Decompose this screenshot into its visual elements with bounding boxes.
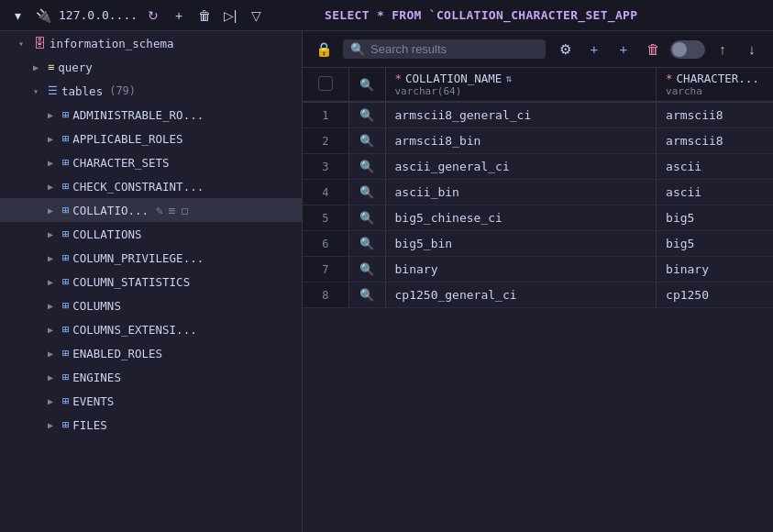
sidebar-item-column-statistics[interactable]: ▶ ⊞ COLUMN_STATISTICS: [0, 270, 302, 294]
sidebar-item-column-privilege[interactable]: ▶ ⊞ COLUMN_PRIVILEGE...: [0, 246, 302, 270]
delete-btn[interactable]: 🗑: [194, 6, 215, 26]
filter-btn[interactable]: ▽: [246, 6, 266, 26]
row-search-icon: 🔍: [359, 108, 374, 122]
row-collation-name: binary: [385, 257, 657, 283]
row-number: 7: [303, 257, 348, 283]
row-search-cell: 🔍: [348, 283, 385, 308]
refresh-btn[interactable]: ↻: [143, 6, 163, 26]
expand-icon: ▶: [33, 62, 44, 72]
sidebar-item-information-schema[interactable]: ▾ 🗄 information_schema: [0, 31, 302, 55]
checkbox-header[interactable]: [318, 76, 333, 94]
run-btn[interactable]: ▷|: [220, 6, 240, 26]
th-collation-name[interactable]: * COLLATION_NAME ⇅ varchar(64): [385, 68, 657, 102]
sidebar-item-label: COLLATIONS: [72, 227, 141, 241]
table-icon: ⊞: [62, 275, 69, 288]
row-character-set: binary: [657, 257, 773, 283]
th-character[interactable]: * CHARACTER... varcha: [657, 68, 773, 102]
delete-row-btn[interactable]: 🗑: [641, 38, 665, 61]
edit-icon[interactable]: ✎: [156, 204, 163, 217]
expand-icon: ▶: [48, 301, 59, 311]
sidebar-item-events[interactable]: ▶ ⊞ EVENTS: [0, 389, 302, 413]
add-col-btn[interactable]: +: [612, 38, 635, 61]
sidebar-item-label: tables: [61, 84, 103, 98]
add-connection-btn[interactable]: +: [169, 6, 189, 26]
sql-display: SELECT * FROM `COLLATION_CHARACTER_SET_A…: [315, 8, 766, 22]
add-row-btn[interactable]: +: [582, 38, 606, 61]
table-row: 2 🔍 armscii8_bin armscii8: [303, 128, 773, 154]
sidebar-item-collatio[interactable]: ▶ ⊞ COLLATIO... ✎ ≡ ◻: [0, 198, 302, 222]
trash-icon: 🗑: [646, 41, 660, 57]
connection-address: 127.0.0....: [59, 8, 138, 22]
table-row: 5 🔍 big5_chinese_ci big5: [303, 205, 773, 231]
sort-icon[interactable]: ⇅: [505, 72, 512, 84]
row-search-cell: 🔍: [348, 205, 385, 231]
lock-icon: 🔒: [315, 41, 333, 58]
table-icon: ⊞: [62, 394, 69, 407]
plus-icon: +: [591, 41, 599, 57]
lock-btn[interactable]: 🔒: [312, 38, 336, 61]
tables-icon: ☰: [48, 84, 58, 97]
sidebar-item-administrable-ro[interactable]: ▶ ⊞ ADMINISTRABLE_RO...: [0, 103, 302, 127]
row-collation-name: armscii8_bin: [385, 128, 657, 154]
sidebar-item-columns[interactable]: ▶ ⊞ COLUMNS: [0, 294, 302, 317]
table-row: 8 🔍 cp1250_general_ci cp1250: [303, 283, 773, 308]
table-row: 6 🔍 big5_bin big5: [303, 231, 773, 257]
search-input[interactable]: [370, 42, 538, 56]
sidebar-item-character-sets[interactable]: ▶ ⊞ CHARACTER_SETS: [0, 150, 302, 174]
expand-icon: ▾: [18, 39, 29, 49]
toggle-switch[interactable]: [670, 40, 705, 59]
table-icon: ⊞: [62, 251, 69, 264]
table-icon: ⊞: [62, 227, 69, 240]
toolbar-right: ⚙ + + 🗑 ↑ ↓: [553, 38, 764, 61]
download-btn[interactable]: ↓: [740, 38, 764, 61]
sidebar-item-engines[interactable]: ▶ ⊞ ENGINES: [0, 365, 302, 389]
table-container: 🔍 * COLLATION_NAME ⇅ varchar(64): [303, 68, 773, 532]
expand-icon: ▶: [48, 229, 59, 239]
search-col-icon: 🔍: [359, 78, 374, 92]
menu-icon[interactable]: ≡: [169, 204, 176, 217]
query-icon: ≡: [48, 61, 54, 73]
th-rownum: [303, 68, 348, 102]
table-row: 3 🔍 ascii_general_ci ascii: [303, 154, 773, 180]
row-search-icon: 🔍: [359, 262, 374, 276]
content-panel: 🔒 🔍 ⚙ + + 🗑: [303, 31, 773, 532]
gear-icon: ⚙: [559, 41, 571, 58]
sidebar-item-label: ENABLED_ROLES: [72, 347, 162, 360]
row-collation-name: ascii_bin: [385, 180, 657, 205]
search-box[interactable]: 🔍: [343, 39, 546, 59]
sidebar-item-collations[interactable]: ▶ ⊞ COLLATIONS: [0, 222, 302, 246]
table-icon: ⊞: [62, 371, 69, 383]
table-row: 1 🔍 armscii8_general_ci armscii8: [303, 102, 773, 128]
th-search: 🔍: [348, 68, 385, 102]
sidebar-item-applicable-roles[interactable]: ▶ ⊞ APPLICABLE_ROLES: [0, 127, 302, 150]
sidebar: ▾ 🗄 information_schema ▶ ≡ query ▾ ☰ tab…: [0, 31, 303, 532]
sidebar-item-tables[interactable]: ▾ ☰ tables (79): [0, 79, 302, 103]
upload-btn[interactable]: ↑: [711, 38, 734, 61]
top-bar: ▾ 🔌 127.0.0.... ↻ + 🗑 ▷| ▽ SELECT * FROM…: [0, 0, 773, 31]
expand-icon: ▶: [48, 253, 59, 263]
row-collation-name: armscii8_general_ci: [385, 102, 657, 128]
file-icon[interactable]: ◻: [182, 204, 189, 217]
dropdown-arrow-btn[interactable]: ▾: [7, 6, 28, 26]
expand-icon: ▶: [48, 182, 59, 192]
plus-icon-2: +: [620, 41, 628, 57]
expand-icon: ▶: [48, 158, 59, 168]
sidebar-item-files[interactable]: ▶ ⊞ FILES: [0, 413, 302, 437]
settings-btn[interactable]: ⚙: [553, 38, 577, 61]
row-number: 5: [303, 205, 348, 231]
results-table: 🔍 * COLLATION_NAME ⇅ varchar(64): [303, 68, 773, 308]
row-character-set: big5: [657, 205, 773, 231]
sidebar-item-check-constraint[interactable]: ▶ ⊞ CHECK_CONSTRAINT...: [0, 174, 302, 198]
row-collation-name: cp1250_general_ci: [385, 283, 657, 308]
sidebar-item-columns-extensi[interactable]: ▶ ⊞ COLUMNS_EXTENSI...: [0, 317, 302, 341]
download-icon: ↓: [748, 41, 756, 57]
sidebar-item-enabled-roles[interactable]: ▶ ⊞ ENABLED_ROLES: [0, 341, 302, 365]
sidebar-item-label: FILES: [72, 418, 107, 432]
sidebar-item-query[interactable]: ▶ ≡ query: [0, 55, 302, 79]
row-search-icon: 🔍: [359, 211, 374, 225]
table-icon: ⊞: [62, 108, 69, 121]
sidebar-item-label: CHARACTER_SETS: [72, 156, 169, 170]
db-connection-icon[interactable]: 🔌: [33, 6, 53, 26]
row-search-icon: 🔍: [359, 237, 374, 250]
table-row: 7 🔍 binary binary: [303, 257, 773, 283]
